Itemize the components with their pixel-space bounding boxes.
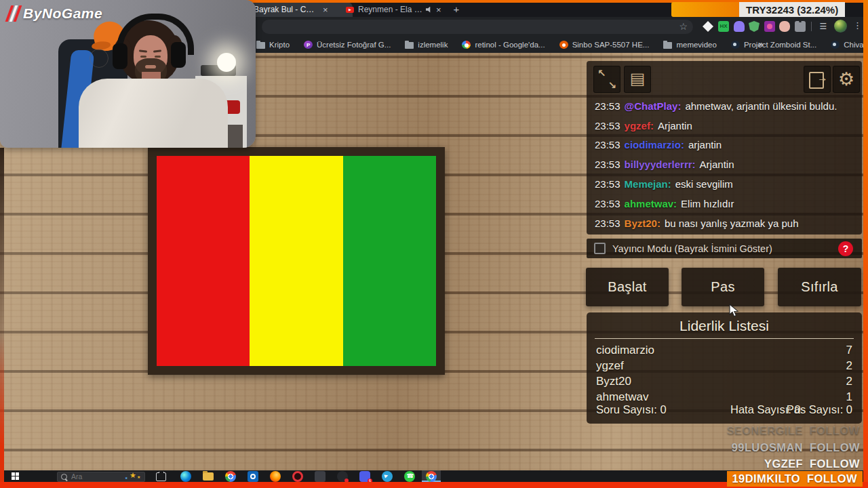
chat-username[interactable]: ygzef: — [625, 120, 654, 131]
tab-bayrak-bul[interactable]: Bayrak Bul - ChatPlay × — [244, 2, 353, 17]
pass-button[interactable]: Pas — [682, 268, 764, 306]
steam-icon — [731, 41, 740, 49]
leaderboard-player: ygzef — [596, 359, 624, 373]
opera-icon[interactable] — [292, 471, 303, 482]
leaderboard-rows: ciodimarzio 7 ygzef 2 Byzt20 2 ahmetwav … — [596, 342, 852, 405]
browser-menu-icon[interactable]: ⋮ — [853, 20, 861, 30]
extension-shield-icon[interactable] — [749, 21, 760, 32]
flag-display — [148, 147, 445, 375]
chat-username[interactable]: billyyyderlerrr: — [625, 159, 696, 170]
tab-title: Bayrak Bul - ChatPlay — [254, 5, 319, 14]
bookmark-label: Sinbo SAP-5507 HE... — [572, 41, 650, 49]
settings-gear-icon[interactable]: ⚙ — [833, 66, 860, 93]
chat-timestamp: 23:53 — [595, 100, 620, 112]
chat-username[interactable]: @ChatPlay: — [625, 100, 682, 112]
folder-icon — [405, 42, 414, 49]
leaderboard-row: ciodimarzio 7 — [596, 342, 852, 358]
goal-progress-bar — [671, 2, 739, 17]
chat-message: 23:53 billyyyderlerrr: Arjantin — [595, 155, 856, 174]
bookmark-item[interactable]: izlemelik — [405, 41, 448, 49]
firefox-icon[interactable] — [270, 471, 281, 482]
popout-icon[interactable] — [804, 66, 831, 93]
steam-icon — [831, 41, 840, 49]
task-view-icon[interactable] — [156, 472, 166, 481]
recorder-app-icon[interactable] — [337, 471, 348, 482]
whatsapp-icon[interactable] — [404, 471, 415, 482]
bookmark-item[interactable]: retinol - Google'da... — [462, 41, 545, 49]
extensions-puzzle-icon[interactable] — [795, 21, 806, 32]
fullscreen-icon[interactable] — [593, 66, 620, 93]
bookmark-item[interactable]: P Ücretsiz Fotoğraf G... — [304, 41, 391, 49]
extension-purple-icon[interactable] — [764, 21, 775, 32]
search-highlights-icon[interactable]: ★★★ — [124, 470, 144, 482]
leaderboard-player: Byzt20 — [596, 375, 631, 388]
extension-ghost-icon[interactable] — [734, 21, 745, 32]
sponsor-logo: ByNoGame — [7, 5, 102, 22]
extension-finger-icon[interactable] — [779, 21, 790, 32]
bookmark-item[interactable]: memevideo — [663, 41, 716, 49]
bookmark-item[interactable]: Sinbo SAP-5507 HE... — [559, 41, 650, 49]
bookmark-item[interactable]: Chivalry 2 Steam'de — [831, 41, 868, 49]
chat-message: 23:53 @ChatPlay: ahmetwav, arjantin ülke… — [595, 96, 856, 116]
bookmark-label: Ücretsiz Fotoğraf G... — [317, 41, 391, 49]
eye — [155, 56, 161, 58]
photo-app-icon: P — [304, 41, 313, 49]
bynogame-logo-text: ByNoGame — [23, 5, 102, 22]
edge-icon[interactable] — [180, 471, 191, 482]
dark-app-icon[interactable] — [315, 471, 326, 482]
address-bar[interactable]: ☆ — [262, 20, 693, 34]
tab-close-icon[interactable]: × — [323, 5, 328, 14]
streamer-shirt — [79, 79, 228, 148]
chat-text: bu nası yanlış yazmak ya puh — [665, 218, 799, 229]
chat-message: 23:53 ahmetwav: Elim hızlıdır — [595, 194, 856, 214]
folder-icon — [663, 42, 672, 49]
frame-border-bottom — [0, 482, 868, 488]
start-button-windows[interactable] — [1, 470, 28, 482]
bookmark-item[interactable]: Project Zomboid St... — [731, 41, 816, 49]
chat-username[interactable]: Byzt20: — [625, 218, 660, 229]
leaderboard-player: ciodimarzio — [596, 344, 654, 357]
leaderboard-row: Byzt20 2 — [596, 373, 852, 389]
screen: Bayrak Bul - ChatPlay × ▶ Reynmen - Ela … — [0, 0, 868, 488]
reading-list-icon[interactable]: ☰ — [818, 21, 829, 32]
chat-message: 23:53 Byzt20: bu nası yanlış yazmak ya p… — [595, 214, 856, 233]
search-input[interactable] — [70, 472, 127, 481]
lamp — [217, 53, 236, 72]
bookmark-star-icon[interactable]: ☆ — [679, 21, 688, 32]
chat-message: 23:53 ciodimarzio: arjantin — [595, 136, 856, 155]
chrome-icon[interactable] — [225, 471, 236, 482]
extension-cards-icon[interactable] — [703, 21, 713, 32]
tab-youtube[interactable]: ▶ Reynmen - Ela (Official Vid... × — [340, 2, 457, 17]
chat-username[interactable]: Memejan: — [625, 178, 671, 190]
eye — [140, 56, 146, 58]
chrome-active-icon[interactable] — [426, 471, 437, 482]
shirt-graphic — [90, 49, 108, 68]
telegram-icon[interactable] — [382, 471, 393, 482]
tab-close-icon[interactable]: × — [436, 5, 441, 14]
chat-username[interactable]: ahmetwav: — [625, 198, 677, 209]
goal-text: TRY32243 (32.24%) — [739, 2, 845, 17]
broadcaster-mode-checkbox[interactable] — [594, 243, 606, 254]
search-icon — [61, 474, 67, 480]
profile-avatar[interactable] — [834, 20, 847, 33]
new-tab-button[interactable]: + — [450, 3, 462, 16]
help-button[interactable]: ? — [838, 241, 853, 256]
chat-messages: 23:53 @ChatPlay: ahmetwav, arjantin ülke… — [595, 96, 856, 233]
bookmark-item[interactable]: Kripto — [256, 41, 290, 49]
question-count: Soru Sayısı: 0 — [596, 403, 667, 416]
start-button[interactable]: Başlat — [586, 268, 669, 306]
speaker-icon[interactable] — [426, 7, 432, 13]
outlook-icon[interactable] — [248, 471, 258, 482]
chat-text: arjantin — [688, 139, 722, 150]
bookmarks-overflow-chevron[interactable]: » — [758, 39, 764, 49]
bookmarks-list: Kripto P Ücretsiz Fotoğraf G... izlemeli… — [256, 37, 868, 53]
discord-icon[interactable]: 6 — [359, 471, 370, 482]
extension-hx-icon[interactable]: HX — [718, 21, 729, 32]
chat-timestamp: 23:53 — [595, 159, 620, 170]
broadcaster-mode-row: Yayıncı Modu (Bayrak İsmini Göster) ? — [587, 239, 862, 258]
file-explorer-icon[interactable] — [203, 472, 214, 481]
reset-button[interactable]: Sıfırla — [778, 268, 861, 306]
chat-username[interactable]: ciodimarzio: — [625, 139, 684, 150]
headphone-cup-left — [113, 43, 127, 69]
chat-log-icon[interactable]: ▤ — [624, 66, 651, 93]
